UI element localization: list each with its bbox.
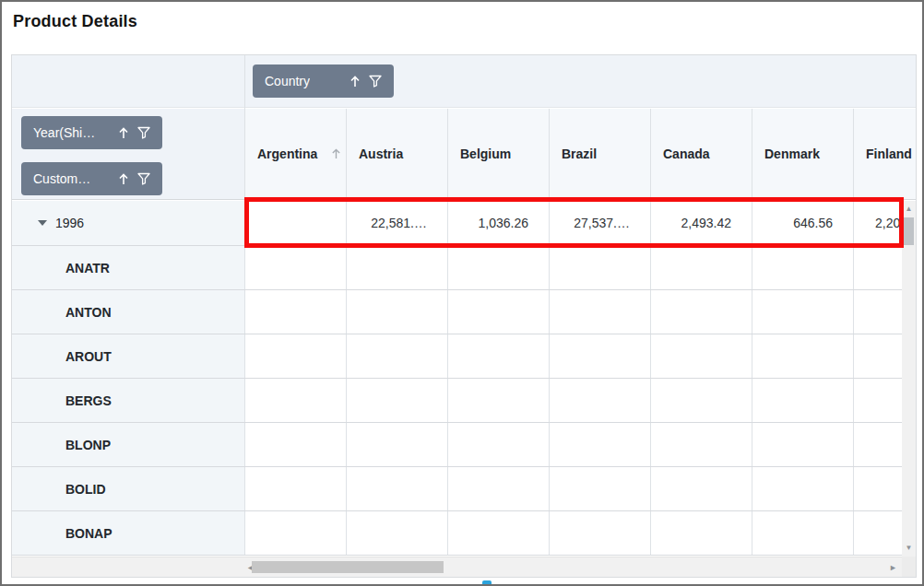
value-cell bbox=[244, 379, 346, 422]
value-cell bbox=[549, 246, 650, 289]
row-header-label: BONAP bbox=[65, 526, 113, 541]
row-header-bolid[interactable]: BOLID bbox=[12, 467, 244, 510]
value-cell bbox=[447, 423, 549, 466]
table-row: 199622,581.…1,036.2627,537.…2,493.42646.… bbox=[12, 201, 917, 246]
value-cell bbox=[549, 467, 650, 510]
country-field-button[interactable]: Country bbox=[253, 64, 394, 98]
vertical-scroll-thumb[interactable] bbox=[904, 217, 914, 245]
filter-icon[interactable] bbox=[137, 172, 150, 185]
value-cell bbox=[346, 467, 447, 510]
horizontal-scrollbar[interactable]: ◄ ► bbox=[12, 557, 916, 577]
column-header-brazil[interactable]: Brazil bbox=[549, 109, 650, 200]
row-header-arout[interactable]: AROUT bbox=[12, 334, 244, 378]
column-header-argentina[interactable]: Argentina bbox=[244, 109, 346, 200]
column-header-austria[interactable]: Austria bbox=[346, 109, 447, 200]
value-cell bbox=[346, 334, 447, 378]
year-field-button[interactable]: Year(Shi… bbox=[21, 116, 162, 149]
cell-value: 1,036.26 bbox=[479, 216, 529, 230]
value-cell bbox=[244, 246, 346, 289]
collapse-caret-icon[interactable] bbox=[38, 220, 47, 226]
sort-ascending-icon[interactable] bbox=[118, 127, 129, 139]
cell-value: 646.56 bbox=[793, 216, 833, 230]
row-header-anatr[interactable]: ANATR bbox=[12, 246, 244, 289]
column-header-finland[interactable]: Finland bbox=[853, 109, 917, 200]
value-cell: 27,537.… bbox=[549, 201, 650, 245]
scroll-down-icon[interactable]: ▼ bbox=[902, 543, 916, 554]
scroll-up-icon[interactable]: ▲ bbox=[902, 204, 916, 215]
value-cell bbox=[244, 290, 346, 334]
value-cell bbox=[752, 423, 853, 466]
value-cell bbox=[447, 379, 549, 422]
value-cell bbox=[346, 290, 447, 334]
cell-value: 22,581.… bbox=[371, 216, 427, 230]
scroll-right-icon[interactable]: ► bbox=[889, 561, 897, 574]
value-cell bbox=[447, 467, 549, 510]
value-cell: 2,493.42 bbox=[650, 201, 752, 245]
column-header-label: Canada bbox=[663, 146, 710, 161]
value-cell bbox=[346, 379, 447, 422]
column-header-denmark[interactable]: Denmark bbox=[752, 109, 853, 200]
value-cell bbox=[447, 511, 549, 555]
row-header-label: ANTON bbox=[65, 305, 112, 320]
filter-icon[interactable] bbox=[137, 126, 150, 139]
column-header-canada[interactable]: Canada bbox=[650, 109, 752, 200]
value-cell bbox=[244, 467, 346, 510]
value-cell bbox=[549, 290, 650, 334]
value-cell bbox=[346, 511, 447, 555]
value-cell: 646.56 bbox=[752, 201, 853, 245]
column-header-label: Finland bbox=[866, 146, 912, 161]
row-header-label: BERGS bbox=[65, 393, 112, 408]
column-header-label: Denmark bbox=[764, 146, 820, 161]
sort-ascending-icon[interactable] bbox=[118, 173, 129, 185]
value-cell bbox=[752, 511, 853, 555]
value-cell bbox=[346, 423, 447, 466]
value-cell bbox=[549, 334, 650, 378]
value-cell bbox=[650, 511, 752, 555]
cell-value: 27,537.… bbox=[574, 216, 630, 230]
customer-field-button[interactable]: Custom… bbox=[21, 162, 162, 195]
table-row: BONAP bbox=[12, 511, 917, 556]
column-header-label: Brazil bbox=[562, 146, 597, 161]
value-cell bbox=[752, 246, 853, 289]
table-row: BOLID bbox=[12, 467, 917, 511]
vertical-scrollbar[interactable]: ▲ ▼ bbox=[902, 201, 916, 557]
value-cell bbox=[549, 511, 650, 555]
page-title: Product Details bbox=[13, 12, 137, 31]
column-header-label: Belgium bbox=[460, 146, 511, 161]
row-header-label: AROUT bbox=[65, 349, 112, 364]
value-cell bbox=[752, 467, 853, 510]
value-cell bbox=[244, 201, 346, 245]
table-row: BLONP bbox=[12, 423, 917, 467]
column-axis-bar bbox=[12, 55, 916, 108]
row-header-label: BOLID bbox=[65, 482, 106, 497]
table-row: BERGS bbox=[12, 379, 917, 423]
value-cell bbox=[650, 246, 752, 289]
row-header-bergs[interactable]: BERGS bbox=[12, 379, 244, 422]
horizontal-scroll-thumb[interactable] bbox=[252, 561, 444, 573]
year-field-label: Year(Shi… bbox=[33, 125, 95, 140]
value-cell bbox=[244, 334, 346, 378]
table-row: AROUT bbox=[12, 334, 917, 379]
filter-icon[interactable] bbox=[369, 75, 382, 88]
value-cell bbox=[447, 246, 549, 289]
value-cell bbox=[650, 290, 752, 334]
value-cell bbox=[752, 290, 853, 334]
table-row: ANATR bbox=[12, 246, 917, 290]
resize-handle[interactable] bbox=[482, 580, 492, 586]
country-field-label: Country bbox=[265, 74, 310, 88]
value-cell bbox=[650, 334, 752, 378]
column-header-label: Argentina bbox=[257, 146, 317, 161]
row-header-bonap[interactable]: BONAP bbox=[12, 511, 244, 555]
row-header-blonp[interactable]: BLONP bbox=[12, 423, 244, 466]
value-cell bbox=[650, 423, 752, 466]
value-cell bbox=[244, 423, 346, 466]
pivot-table: Country Year(Shi… Custom… bbox=[11, 54, 917, 578]
row-header-1996[interactable]: 1996 bbox=[12, 201, 244, 245]
row-header-anton[interactable]: ANTON bbox=[12, 290, 244, 334]
value-cell: 1,036.26 bbox=[447, 201, 549, 245]
column-header-belgium[interactable]: Belgium bbox=[447, 109, 549, 200]
sort-ascending-icon[interactable] bbox=[349, 76, 361, 88]
value-cell bbox=[346, 246, 447, 289]
value-cell bbox=[650, 379, 752, 422]
row-header-label: 1996 bbox=[55, 216, 84, 230]
